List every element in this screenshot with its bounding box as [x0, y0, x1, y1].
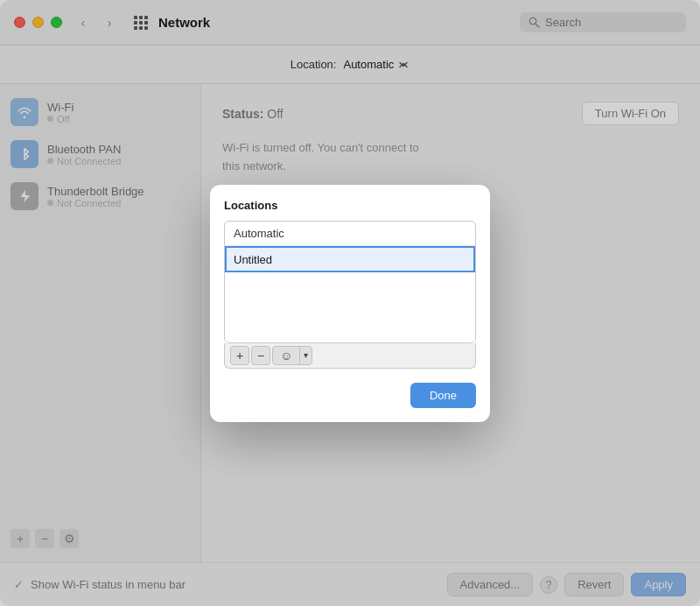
location-empty-space	[225, 272, 475, 342]
location-item-automatic[interactable]: Automatic	[225, 222, 475, 246]
modal-toolbar: + − ☺ ▾	[224, 343, 476, 369]
locations-list: Automatic	[224, 221, 476, 343]
done-button[interactable]: Done	[410, 383, 476, 408]
modal-overlay: Locations Automatic + − ☺	[0, 0, 700, 606]
locations-modal: Locations Automatic + − ☺	[210, 185, 490, 422]
modal-title: Locations	[224, 199, 476, 212]
main-window: ‹ › Network Locat	[0, 0, 700, 606]
location-item-untitled[interactable]	[225, 246, 475, 272]
add-location-button[interactable]: +	[230, 346, 249, 365]
location-automatic-label: Automatic	[234, 227, 284, 240]
remove-location-button[interactable]: −	[251, 346, 270, 365]
action-location-arrow: ▾	[300, 347, 312, 364]
location-edit-input[interactable]	[234, 253, 466, 266]
modal-footer: Done	[224, 383, 476, 408]
action-location-icon: ☺	[273, 347, 300, 364]
action-location-button[interactable]: ☺ ▾	[272, 346, 312, 365]
